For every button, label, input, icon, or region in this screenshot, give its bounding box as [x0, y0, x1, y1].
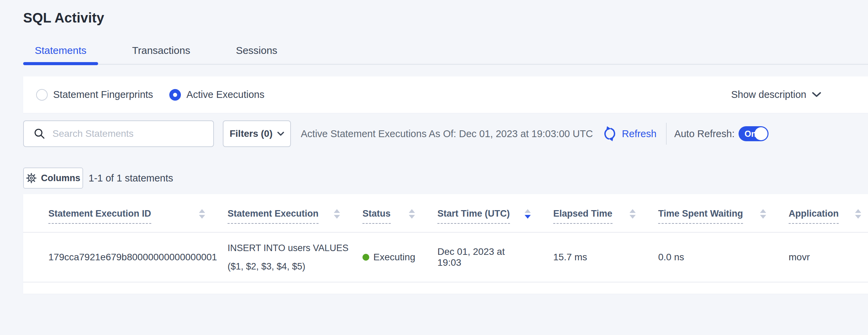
- cell-start-time: Dec 01, 2023 at 19:03: [437, 246, 553, 268]
- column-header-status[interactable]: Status: [362, 208, 437, 232]
- refresh-icon: [602, 126, 618, 142]
- filters-label: Filters (0): [230, 128, 273, 139]
- cell-statement-execution: INSERT INTO users VALUES ($1, $2, $3, $4…: [228, 239, 362, 276]
- tab-sessions[interactable]: Sessions: [224, 45, 289, 64]
- column-header-time-spent-waiting[interactable]: Time Spent Waiting: [658, 208, 789, 232]
- view-mode-radio-group: Statement Fingerprints Active Executions: [36, 89, 264, 101]
- page-title: SQL Activity: [23, 0, 868, 26]
- column-header-elapsed-time[interactable]: Elapsed Time: [553, 208, 658, 232]
- cell-elapsed-time: 15.7 ms: [553, 252, 658, 263]
- status-label: Executing: [373, 252, 415, 263]
- radio-active-executions[interactable]: Active Executions: [169, 89, 264, 101]
- statements-table: Statement Execution ID Statement Executi…: [23, 194, 868, 294]
- gear-icon: [26, 173, 37, 184]
- radio-label: Statement Fingerprints: [53, 89, 153, 100]
- as-of-text: Active Statement Executions As Of: Dec 0…: [301, 128, 593, 140]
- sort-arrows-icon[interactable]: [760, 209, 766, 219]
- sort-arrows-icon[interactable]: [334, 209, 340, 219]
- radio-label: Active Executions: [186, 89, 264, 100]
- view-mode-card: Statement Fingerprints Active Executions…: [23, 76, 868, 113]
- radio-circle-icon: [169, 89, 181, 101]
- sort-arrows-icon[interactable]: [630, 209, 636, 219]
- sort-arrows-icon[interactable]: [525, 209, 531, 219]
- radio-circle-icon: [36, 89, 48, 101]
- search-input[interactable]: [52, 123, 213, 144]
- tab-transactions[interactable]: Transactions: [121, 45, 202, 64]
- filters-button[interactable]: Filters (0): [223, 120, 291, 147]
- table-toolbar: Columns 1-1 of 1 statements: [23, 168, 868, 189]
- column-header-application[interactable]: Application: [789, 208, 868, 232]
- auto-refresh-toggle[interactable]: On: [739, 126, 769, 141]
- show-description-label: Show description: [731, 89, 806, 100]
- sort-arrows-icon[interactable]: [409, 209, 415, 219]
- column-header-start-time[interactable]: Start Time (UTC): [437, 208, 553, 232]
- show-description-toggle[interactable]: Show description: [731, 89, 821, 100]
- cell-status: Executing: [362, 252, 437, 263]
- controls-row: Filters (0) Active Statement Executions …: [23, 120, 868, 147]
- cell-statement-execution-id: 179cca7921e679b80000000000000001: [23, 252, 228, 263]
- columns-button-label: Columns: [41, 173, 80, 184]
- toggle-knob: [755, 127, 768, 140]
- columns-button[interactable]: Columns: [23, 168, 83, 189]
- table-row[interactable]: 179cca7921e679b80000000000000001 INSERT …: [23, 233, 868, 282]
- results-count: 1-1 of 1 statements: [89, 173, 173, 184]
- column-header-statement-execution-id[interactable]: Statement Execution ID: [23, 208, 228, 232]
- sort-arrows-icon[interactable]: [855, 209, 861, 219]
- table-header-row: Statement Execution ID Statement Executi…: [23, 194, 868, 233]
- chevron-down-icon: [812, 92, 821, 98]
- vertical-divider: [666, 123, 667, 145]
- search-statements-box[interactable]: [23, 120, 214, 147]
- radio-statement-fingerprints[interactable]: Statement Fingerprints: [36, 89, 153, 101]
- search-icon: [24, 128, 52, 140]
- refresh-button[interactable]: Refresh: [602, 126, 657, 142]
- sql-activity-page: SQL Activity Statements Transactions Ses…: [0, 0, 868, 294]
- tab-bar: Statements Transactions Sessions: [23, 45, 868, 65]
- tab-statements[interactable]: Statements: [23, 45, 98, 64]
- sort-arrows-icon[interactable]: [199, 209, 205, 219]
- column-header-statement-execution[interactable]: Statement Execution: [228, 208, 362, 232]
- auto-refresh-label: Auto Refresh:: [674, 128, 734, 140]
- status-dot-icon: [362, 254, 369, 261]
- cell-application: movr: [789, 252, 868, 263]
- chevron-down-icon: [277, 132, 284, 136]
- refresh-label: Refresh: [622, 128, 657, 140]
- cell-time-spent-waiting: 0.0 ns: [658, 252, 789, 263]
